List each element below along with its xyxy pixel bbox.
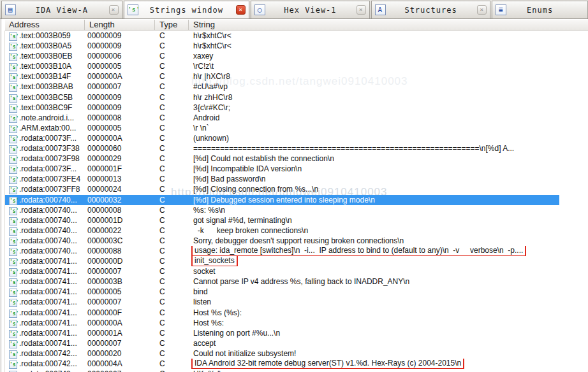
table-row[interactable]: 's'.rodata:000741...00000005Cbind [5, 287, 559, 297]
tab-structures[interactable]: AStructures× [371, 1, 491, 18]
table-row[interactable]: 's'.rodata:000740...00000008C%s: %s\n [5, 205, 559, 215]
column-header-length[interactable]: Length [85, 20, 155, 30]
length-cell: 0000004A [85, 359, 155, 369]
type-cell: C [155, 348, 189, 359]
address-cell: .rodata:000740... [19, 205, 85, 215]
address-cell: .text:0003BC9F [19, 103, 85, 113]
string-cell: init_sockets [189, 256, 559, 266]
string-icon: 's' [9, 83, 17, 92]
length-cell: 0000000A [85, 133, 155, 143]
type-cell: C [155, 41, 189, 51]
type-cell: C [155, 266, 189, 276]
tab-hex-view-1[interactable]: ◯Hex View-1× [251, 1, 370, 18]
address-cell: .rodata:000741... [19, 256, 85, 266]
string-icon-cell: 's' [5, 31, 19, 41]
table-row[interactable]: 's'.rodata:000740...00000022C -k keep br… [5, 225, 559, 236]
type-cell: C [155, 82, 189, 92]
address-cell: .text:0003BC5B [19, 92, 85, 103]
type-cell: C [155, 103, 189, 113]
table-row[interactable]: 's'.rodata:00073F9800000029C[%d] Could n… [5, 154, 559, 164]
length-cell: 00000024 [85, 184, 155, 194]
table-row[interactable]: 's'.text:0003B0A500000009Ch\r$xhtC\r< [5, 41, 559, 51]
string-cell: h\r |hXC\r8 [189, 71, 559, 82]
tab-label: Structures [404, 6, 457, 15]
string-cell: h\r$xhtC\r< [189, 41, 559, 51]
table-row[interactable]: 's'.text:0003B05900000009Ch\r$xhtC\r< [5, 31, 559, 41]
address-cell: .rodata:000741... [19, 276, 85, 287]
table-row[interactable]: 's'.rodata:000740...00000088Cusage: ida_… [5, 246, 559, 256]
table-row[interactable]: 's'.rodata:000741...00000007Caccept [5, 338, 559, 348]
string-cell: %s: %s\n [189, 205, 559, 215]
address-cell: .rodata:000740... [19, 236, 85, 246]
string-icon: 's' [9, 278, 17, 287]
tab-ida-view-a[interactable]: ▤IDA View-A× [1, 1, 122, 18]
table-row[interactable]: 's'.note.android.i...00000008CAndroid [5, 113, 559, 123]
type-cell: C [155, 164, 189, 174]
address-cell: .rodata:000740... [19, 215, 85, 225]
length-cell: 0000000A [85, 71, 155, 82]
address-cell: .rodata:000740... [19, 225, 85, 236]
type-cell: C [155, 256, 189, 266]
table-row[interactable]: 's'.text:0003B0EB00000006Cxaxey [5, 51, 559, 61]
table-row[interactable]: 's'.text:0003BC9F00000009C3{c\r#KC\r; [5, 103, 559, 113]
string-icon-cell: 's' [5, 113, 19, 123]
string-icon-cell: 's' [5, 71, 19, 82]
length-cell: 0000000D [85, 256, 155, 266]
tab-enums[interactable]: ≣Enums [492, 1, 588, 18]
structures-icon: A [375, 4, 386, 15]
tab-strings-window[interactable]: 's'Strings window× [124, 1, 250, 18]
table-row[interactable]: 's'.rodata:00073FF800000024C[%d] Closing… [5, 184, 559, 194]
column-header-string[interactable]: String [189, 20, 588, 30]
length-cell: 00000007 [85, 369, 155, 372]
table-row[interactable]: 's'.rodata:000742...00000020CCould not i… [5, 348, 559, 359]
address-cell: .rodata:000742... [19, 359, 85, 369]
table-row[interactable]: 's'.rodata:000740...0000003CCSorry, debu… [5, 236, 559, 246]
type-cell: C [155, 308, 189, 318]
table-row[interactable]: 's'.text:0003B10A00000005C\rC!z\t [5, 61, 559, 71]
table-row[interactable]: 's'.rodata:00073FE400000013C[%d] Bad pas… [5, 174, 559, 184]
table-row[interactable]: 's'.rodata:000741...0000000ACHost %s: [5, 318, 559, 328]
string-cell: Cannot parse IP v4 address %s, falling b… [189, 276, 559, 287]
table-row[interactable]: 's'.rodata:000742...0000004ACIDA Android… [5, 359, 559, 369]
close-icon[interactable]: × [477, 5, 487, 15]
table-row[interactable]: 's'.rodata:000741...0000001ACListening o… [5, 328, 559, 338]
string-icon-cell: 's' [5, 359, 19, 369]
column-header-type[interactable]: Type [155, 20, 189, 30]
strings-table[interactable]: 's'.text:0003B05900000009Ch\r$xhtC\r<'s'… [5, 31, 559, 372]
string-cell: (unknown) [189, 133, 559, 143]
table-row[interactable]: 's'.rodata:000741...0000000DCinit_socket… [5, 256, 559, 266]
table-row[interactable]: 's'.rodata:00073F3800000060C============… [5, 143, 559, 154]
red-highlight-box: init_sockets [191, 256, 238, 266]
table-row[interactable]: 's'.rodata:000741...00000007Csocket [5, 266, 559, 276]
table-row[interactable]: 's'.rodata:000741...0000000FCHost %s (%s… [5, 308, 559, 318]
string-icon-cell: 's' [5, 266, 19, 276]
close-icon[interactable]: × [109, 5, 119, 15]
length-cell: 00000007 [85, 338, 155, 348]
table-row[interactable]: 's'.rodata:000741...00000007Clisten [5, 297, 559, 307]
table-row[interactable]: 's'.rodata:000740...00000032C[%d] Debugg… [5, 195, 559, 205]
red-highlight-box: IDA Android 32-bit remote debug server(S… [191, 359, 464, 369]
string-cell: [%d] Bad password\n [189, 174, 559, 184]
close-icon[interactable]: × [236, 5, 246, 15]
string-icon: 's' [9, 135, 17, 143]
table-row[interactable]: 's'.rodata:000740...0000001DCgot signal … [5, 215, 559, 225]
length-cell: 00000029 [85, 154, 155, 164]
string-icon: 's' [9, 186, 17, 194]
table-row[interactable]: 's'.text:0003BBAB00000007C#cU\a#\vp [5, 82, 559, 92]
table-row[interactable]: 's'.ARM.extab:00...00000005C\r \n` [5, 123, 559, 133]
type-cell: C [155, 31, 189, 41]
string-cell: \r \n` [189, 123, 559, 133]
table-row[interactable]: 's'.text:0003B14F0000000ACh\r |hXC\r8 [5, 71, 559, 82]
table-row[interactable]: 's'.rodata:00073F...0000001FC[%d] Incomp… [5, 164, 559, 174]
address-cell: .text:0003B0A5 [19, 41, 85, 51]
string-icon-cell: 's' [5, 174, 19, 184]
column-header-address[interactable]: Address [5, 20, 85, 30]
string-icon: 's' [9, 104, 17, 113]
close-icon[interactable]: × [356, 5, 366, 15]
table-row[interactable]: 's'.text:0003BC5B00000009Ch\r zhHC\r8 [5, 92, 559, 103]
string-icon-cell: 's' [5, 348, 19, 359]
table-row[interactable]: 's'.rodata:00073F...0000000AC(unknown) [5, 133, 559, 143]
table-row[interactable]: 's'.rodata:000741...0000003BCCannot pars… [5, 276, 559, 287]
table-row[interactable]: 's'.rodata:000742...00000007CHK: %d\n [5, 369, 559, 372]
type-cell: C [155, 174, 189, 184]
